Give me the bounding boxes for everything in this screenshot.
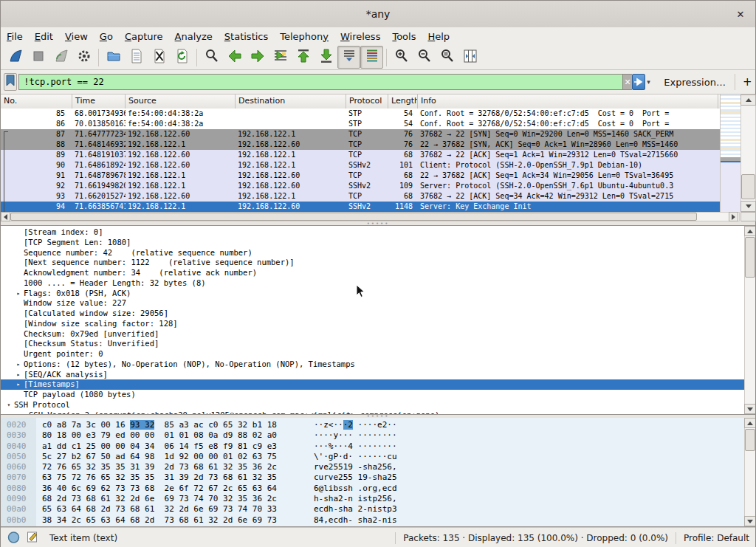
menu-statistics[interactable]: Statistics bbox=[219, 31, 274, 42]
hex-row-0090[interactable]: 009068 2d 73 68 61 32 2d 6e 69 73 74 70 … bbox=[1, 494, 744, 504]
filter-bookmark-button[interactable] bbox=[4, 73, 17, 91]
column-header-length[interactable]: Length bbox=[388, 94, 418, 109]
packet-minimap-scrollbar[interactable] bbox=[720, 94, 740, 212]
menu-file[interactable]: File bbox=[1, 31, 29, 42]
detail-line[interactable]: [Checksum Status: Unverified] bbox=[1, 339, 744, 349]
hex-row-0070[interactable]: 007063 75 72 76 65 32 35 35 31 39 2d 73 … bbox=[1, 472, 744, 483]
packet-hscroll-thumb[interactable] bbox=[10, 213, 697, 221]
expand-down-icon[interactable]: ▾ bbox=[4, 400, 14, 410]
column-header-time[interactable]: Time bbox=[72, 94, 126, 109]
detail-vscroll-up[interactable] bbox=[744, 226, 755, 236]
start-capture-button[interactable] bbox=[4, 46, 27, 69]
save-file-button[interactable] bbox=[125, 46, 148, 69]
hex-vscroll-thumb[interactable] bbox=[745, 429, 755, 451]
go-back-button[interactable] bbox=[223, 46, 246, 69]
expression-button[interactable]: Expression… bbox=[664, 77, 726, 88]
restart-capture-button[interactable] bbox=[49, 46, 72, 69]
detail-line[interactable]: ▸Options: (12 bytes), No-Operation (NOP)… bbox=[1, 359, 744, 370]
capture-comment-icon[interactable] bbox=[27, 530, 39, 546]
packet-vscroll-down[interactable] bbox=[740, 201, 756, 212]
reload-file-button[interactable] bbox=[171, 46, 193, 69]
detail-line[interactable]: TCP payload (1080 bytes) bbox=[1, 390, 744, 400]
menu-capture[interactable]: Capture bbox=[119, 31, 169, 42]
menu-wireless[interactable]: Wireless bbox=[334, 31, 386, 42]
hex-row-0060[interactable]: 006072 76 65 32 35 35 31 39 2d 73 68 61 … bbox=[1, 462, 744, 472]
expand-right-icon[interactable]: ▸ bbox=[13, 359, 24, 370]
hex-vscroll-up[interactable] bbox=[744, 418, 755, 428]
packet-row-85[interactable]: 8568.001734936fe:54:00:d4:38:2aSTP54Conf… bbox=[1, 109, 720, 119]
close-file-button[interactable] bbox=[148, 46, 171, 69]
hex-row-00b0[interactable]: 00b038 34 2c 65 63 64 68 2d 73 68 61 32 … bbox=[1, 515, 744, 526]
hex-row-0080[interactable]: 008036 40 6c 69 62 73 73 68 2e 6f 72 67 … bbox=[1, 484, 744, 494]
filter-add-button[interactable]: + bbox=[743, 75, 752, 89]
column-header-no[interactable]: No. bbox=[1, 94, 72, 109]
detail-line[interactable]: Acknowledgment number: 34 (relative ack … bbox=[1, 268, 744, 278]
packet-row-91[interactable]: 9171.648789678192.168.122.1192.168.122.6… bbox=[1, 171, 720, 181]
zoom-original-button[interactable] bbox=[436, 46, 458, 69]
menu-telephony[interactable]: Telephony bbox=[274, 31, 334, 42]
zoom-in-button[interactable] bbox=[390, 46, 413, 69]
go-top-button[interactable] bbox=[292, 46, 315, 69]
detail-line[interactable]: [Next sequence number: 1122 (relative se… bbox=[1, 258, 744, 268]
column-header-destination[interactable]: Destination bbox=[236, 94, 346, 109]
detail-line[interactable]: ▾SSH Protocol bbox=[1, 400, 744, 410]
filter-clear-button[interactable]: ✕ bbox=[622, 74, 632, 90]
detail-line[interactable]: Sequence number: 42 (relative sequence n… bbox=[1, 248, 744, 258]
open-file-button[interactable] bbox=[102, 46, 125, 69]
expert-info-icon[interactable] bbox=[7, 530, 21, 546]
column-header-source[interactable]: Source bbox=[126, 94, 236, 109]
profile-label[interactable]: Profile: Default bbox=[684, 533, 749, 543]
go-bottom-button[interactable] bbox=[315, 46, 337, 69]
packet-vscroll-thumb[interactable] bbox=[741, 174, 755, 199]
menu-view[interactable]: View bbox=[59, 31, 94, 42]
detail-line[interactable]: ▸[SEQ/ACK analysis] bbox=[1, 370, 744, 380]
packet-vscroll-up[interactable] bbox=[740, 94, 756, 106]
colorize-button[interactable] bbox=[360, 46, 383, 69]
go-to-packet-button[interactable] bbox=[269, 46, 292, 69]
resize-columns-button[interactable] bbox=[458, 46, 481, 69]
detail-line[interactable]: 1000 .... = Header Length: 32 bytes (8) bbox=[1, 278, 744, 289]
filter-apply-button[interactable] bbox=[632, 74, 645, 90]
detail-line[interactable]: Urgent pointer: 0 bbox=[1, 349, 744, 359]
detail-line[interactable]: [Calculated window size: 29056] bbox=[1, 309, 744, 319]
column-header-protocol[interactable]: Protocol bbox=[346, 94, 388, 109]
detail-line[interactable]: [Stream index: 0] bbox=[1, 227, 744, 238]
packet-row-90[interactable]: 9071.648618924192.168.122.60192.168.122.… bbox=[1, 160, 720, 171]
detail-vscroll-down[interactable] bbox=[744, 404, 755, 414]
hex-row-00a0[interactable]: 00a065 63 64 68 2d 73 68 61 32 2d 6e 69 … bbox=[1, 504, 744, 515]
detail-line[interactable]: [TCP Segment Len: 1080] bbox=[1, 238, 744, 248]
display-filter-input[interactable]: !tcp.port == 22 bbox=[18, 74, 622, 90]
menu-go[interactable]: Go bbox=[94, 31, 119, 42]
detail-vscroll-thumb[interactable] bbox=[745, 237, 755, 278]
auto-scroll-button[interactable] bbox=[337, 46, 360, 69]
detail-line[interactable]: Window size value: 227 bbox=[1, 298, 744, 309]
packet-hscroll-right[interactable] bbox=[729, 212, 738, 221]
packet-row-89[interactable]: 8971.648191037192.168.122.60192.168.122.… bbox=[1, 150, 720, 160]
zoom-out-button[interactable] bbox=[413, 46, 436, 69]
hex-row-0040[interactable]: 0040a1 dd c1 25 00 00 04 34 06 14 f5 e8 … bbox=[1, 441, 744, 452]
menu-tools[interactable]: Tools bbox=[386, 31, 422, 42]
packet-row-92[interactable]: 9271.661949820192.168.122.1192.168.122.6… bbox=[1, 181, 720, 191]
expand-right-icon[interactable]: ▸ bbox=[13, 370, 24, 380]
hex-row-0050[interactable]: 00505c 27 b2 67 50 ad 64 98 1d 92 00 00 … bbox=[1, 452, 744, 462]
capture-options-button[interactable] bbox=[72, 46, 95, 69]
menu-edit[interactable]: Edit bbox=[29, 31, 59, 42]
column-header-info[interactable]: Info bbox=[418, 94, 718, 109]
detail-line[interactable]: Checksum: 0x79ed [unverified] bbox=[1, 329, 744, 340]
packet-row-93[interactable]: 9371.662015274192.168.122.60192.168.122.… bbox=[1, 191, 720, 202]
expand-right-icon[interactable]: ▸ bbox=[13, 379, 24, 390]
menu-analyze[interactable]: Analyze bbox=[169, 31, 219, 42]
packet-row-87[interactable]: 8771.647777234192.168.122.60192.168.122.… bbox=[1, 129, 720, 140]
hex-row-0030[interactable]: 003080 18 00 e3 79 ed 00 00 01 01 08 0a … bbox=[1, 430, 744, 441]
packet-row-88[interactable]: 8871.648146932192.168.122.1192.168.122.6… bbox=[1, 140, 720, 150]
hex-row-0020[interactable]: 0020c0 a8 7a 3c 00 16 93 32 85 a3 ac c0 … bbox=[1, 420, 744, 430]
packet-row-94[interactable]: 9471.663856741192.168.122.1192.168.122.6… bbox=[1, 202, 720, 212]
detail-line[interactable]: ▸[Timestamps] bbox=[1, 379, 744, 390]
menu-help[interactable]: Help bbox=[422, 31, 456, 42]
hex-vscroll-down[interactable] bbox=[744, 516, 755, 526]
detail-line[interactable]: ▸Flags: 0x018 (PSH, ACK) bbox=[1, 289, 744, 299]
expand-right-icon[interactable]: ▸ bbox=[13, 289, 24, 299]
close-button[interactable]: ✕ bbox=[733, 7, 748, 21]
stop-capture-button[interactable] bbox=[27, 46, 49, 69]
packet-row-86[interactable]: 8670.013850163fe:54:00:d4:38:2aSTP54Conf… bbox=[1, 119, 720, 129]
